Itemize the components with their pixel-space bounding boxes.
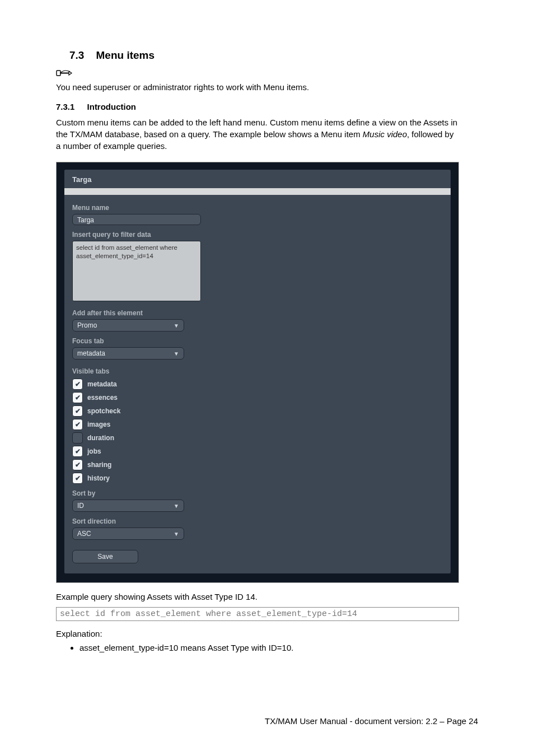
add-after-label: Add after this element — [72, 309, 443, 317]
visible-tab-checkbox[interactable]: ✔ — [72, 419, 83, 430]
screenshot-figure: Targa Menu name Targa Insert query to fi… — [56, 162, 459, 583]
chevron-down-icon: ▼ — [174, 351, 179, 357]
visible-tab-checkbox[interactable]: ✔ — [72, 379, 83, 390]
visible-tab-row: ✔history — [72, 473, 443, 484]
visible-tab-row: ✔metadata — [72, 379, 443, 390]
subsection-title: Introduction — [87, 102, 136, 111]
note-icon-row — [56, 67, 459, 81]
section-heading: 7.3 Menu items — [69, 49, 459, 62]
visible-tab-label: essences — [87, 394, 118, 402]
explanation-label: Explanation: — [56, 629, 459, 638]
add-after-select[interactable]: Promo ▼ — [72, 319, 184, 332]
visible-tab-label: images — [87, 421, 110, 428]
subsection-number: 7.3.1 — [56, 102, 74, 111]
sort-direction-label: Sort direction — [72, 517, 443, 525]
section-title: Menu items — [96, 49, 155, 61]
visible-tab-label: metadata — [87, 380, 117, 388]
query-textarea[interactable]: select id from asset_element where asset… — [72, 241, 201, 301]
window-title: Targa — [64, 170, 451, 188]
visible-tabs-list: ✔metadata✔essences✔spotcheck✔imagesdurat… — [72, 379, 443, 484]
visible-tab-row: ✔images — [72, 419, 443, 430]
focus-tab-value: metadata — [77, 349, 105, 357]
visible-tab-checkbox[interactable]: ✔ — [72, 459, 83, 470]
visible-tab-label: spotcheck — [87, 407, 120, 415]
example-code-box: select id from asset_element where asset… — [56, 607, 459, 621]
visible-tab-checkbox[interactable]: ✔ — [72, 446, 83, 457]
svg-rect-0 — [57, 71, 60, 76]
visible-tab-row: ✔spotcheck — [72, 405, 443, 417]
add-after-value: Promo — [77, 321, 97, 329]
sort-by-value: ID — [77, 502, 84, 510]
chevron-down-icon: ▼ — [174, 531, 179, 537]
intro-paragraph: Custom menu items can be added to the le… — [56, 117, 459, 152]
sort-by-select[interactable]: ID ▼ — [72, 500, 184, 512]
bullet-item: asset_element_type-id=10 means Asset Typ… — [79, 643, 459, 652]
intro-italic: Music video — [363, 129, 407, 139]
chevron-down-icon: ▼ — [174, 323, 179, 329]
sort-direction-value: ASC — [77, 530, 91, 538]
section-number: 7.3 — [69, 49, 84, 61]
visible-tab-row: duration — [72, 432, 443, 444]
visible-tab-label: history — [87, 474, 110, 482]
visible-tab-checkbox[interactable] — [72, 432, 83, 444]
sort-by-label: Sort by — [72, 489, 443, 497]
menu-name-label: Menu name — [72, 204, 443, 212]
example-caption: Example query showing Assets with Asset … — [56, 592, 459, 601]
visible-tab-row: ✔sharing — [72, 459, 443, 470]
visible-tab-row: ✔essences — [72, 392, 443, 403]
note-text: You need superuser or administrator righ… — [56, 82, 459, 93]
window-toolbar — [64, 188, 451, 195]
menu-name-input[interactable]: Targa — [72, 214, 201, 225]
visible-tab-checkbox[interactable]: ✔ — [72, 392, 83, 403]
subsection-heading: 7.3.1 Introduction — [56, 102, 459, 111]
visible-tab-label: sharing — [87, 461, 111, 469]
visible-tabs-label: Visible tabs — [72, 367, 443, 375]
visible-tab-label: duration — [87, 434, 114, 442]
focus-tab-select[interactable]: metadata ▼ — [72, 347, 184, 360]
save-button[interactable]: Save — [72, 550, 138, 563]
visible-tab-checkbox[interactable]: ✔ — [72, 473, 83, 484]
visible-tab-checkbox[interactable]: ✔ — [72, 405, 83, 417]
page-footer: TX/MAM User Manual - document version: 2… — [265, 716, 478, 726]
visible-tab-label: jobs — [87, 447, 101, 455]
insert-query-label: Insert query to filter data — [72, 231, 443, 239]
focus-tab-label: Focus tab — [72, 337, 443, 345]
explanation-bullets: asset_element_type-id=10 means Asset Typ… — [72, 643, 459, 652]
chevron-down-icon: ▼ — [174, 503, 179, 509]
sort-direction-select[interactable]: ASC ▼ — [72, 528, 184, 540]
visible-tab-row: ✔jobs — [72, 446, 443, 457]
pointing-hand-icon — [56, 67, 73, 81]
